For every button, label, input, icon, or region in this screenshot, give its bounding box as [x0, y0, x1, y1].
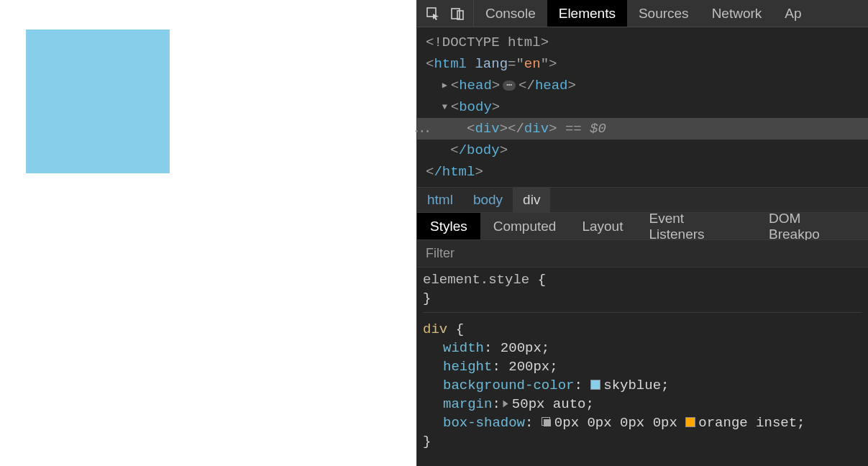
decl-height[interactable]: height: 200px; — [423, 357, 862, 376]
ellipsis-icon[interactable]: ⋯ — [503, 81, 516, 91]
color-swatch-icon[interactable] — [590, 380, 600, 390]
dom-tree[interactable]: <!DOCTYPE html> <html lang="en"> ▶<head>… — [417, 27, 868, 187]
tab-console[interactable]: Console — [474, 0, 547, 27]
dom-html-open[interactable]: <html lang="en"> — [417, 53, 868, 75]
rule-div[interactable]: div { width: 200px; height: 200px; backg… — [423, 320, 862, 455]
crumb-div[interactable]: div — [513, 188, 550, 212]
tab-sources[interactable]: Sources — [627, 0, 700, 27]
styles-subtabs: Styles Computed Layout Event Listeners D… — [417, 213, 868, 240]
selector-element-style[interactable]: element.style — [423, 272, 529, 288]
dom-head[interactable]: ▶<head>⋯</head> — [417, 75, 868, 96]
dom-breadcrumb: html body div — [417, 187, 868, 213]
devtools-panel: Console Elements Sources Network Ap <!DO… — [416, 0, 868, 466]
subtab-dom-breakpoints[interactable]: DOM Breakpo — [756, 213, 868, 239]
dom-selected-div[interactable]: <div></div> == $0 — [417, 118, 868, 140]
toolbar-icon-group — [417, 0, 474, 27]
subtab-computed[interactable]: Computed — [480, 213, 570, 239]
styles-filter — [417, 240, 868, 268]
styles-pane[interactable]: element.style { } div { width: 200px; he… — [417, 268, 868, 465]
tab-application[interactable]: Ap — [773, 0, 813, 27]
rule-element-style[interactable]: element.style { } — [423, 270, 862, 313]
page-preview — [0, 0, 416, 466]
device-toggle-icon[interactable] — [450, 6, 465, 21]
dom-body-close[interactable]: </body> — [417, 140, 868, 161]
decl-background-color[interactable]: background-color: skyblue; — [423, 376, 862, 395]
selector-div[interactable]: div — [423, 321, 447, 337]
subtab-styles[interactable]: Styles — [417, 213, 480, 239]
tab-network[interactable]: Network — [700, 0, 774, 27]
shadow-editor-icon[interactable] — [542, 417, 552, 427]
dom-body-open[interactable]: ▼<body> — [417, 96, 868, 118]
inspect-element-icon[interactable] — [426, 6, 440, 21]
preview-div-box — [26, 29, 170, 173]
tab-elements[interactable]: Elements — [547, 0, 627, 27]
subtab-event-listeners[interactable]: Event Listeners — [636, 213, 756, 239]
expand-shorthand-icon[interactable] — [503, 400, 508, 407]
color-swatch-icon[interactable] — [685, 417, 695, 427]
collapse-triangle-icon[interactable]: ▼ — [442, 96, 451, 118]
styles-filter-input[interactable] — [424, 245, 868, 262]
dom-doctype[interactable]: <!DOCTYPE html> — [417, 32, 868, 53]
crumb-body[interactable]: body — [463, 188, 513, 212]
decl-box-shadow[interactable]: box-shadow: 0px 0px 0px 0px orange inset… — [423, 414, 862, 432]
svg-rect-1 — [452, 9, 460, 19]
expand-triangle-icon[interactable]: ▶ — [442, 75, 451, 96]
devtools-tabbar: Console Elements Sources Network Ap — [417, 0, 868, 27]
dom-html-close[interactable]: </html> — [417, 161, 868, 183]
decl-width[interactable]: width: 200px; — [423, 339, 862, 357]
subtab-layout[interactable]: Layout — [569, 213, 636, 239]
crumb-html[interactable]: html — [417, 188, 463, 212]
decl-margin[interactable]: margin:50px auto; — [423, 395, 862, 414]
